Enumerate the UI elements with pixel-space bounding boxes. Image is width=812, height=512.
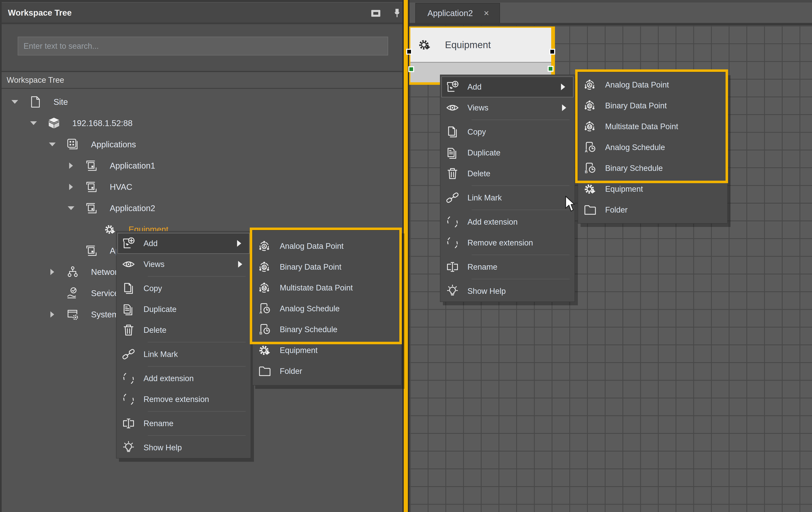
tree-item-application2[interactable]: Application2 bbox=[2, 198, 402, 219]
folder-icon bbox=[258, 365, 271, 378]
extension-icon bbox=[446, 236, 459, 250]
submenu-item-binary-data-point[interactable]: BBinary Data Point bbox=[578, 95, 727, 116]
expander-icon[interactable] bbox=[49, 268, 56, 276]
tree-item-application1[interactable]: Application1 bbox=[2, 155, 402, 176]
add-item-icon bbox=[446, 80, 459, 93]
panel-splitter[interactable] bbox=[402, 0, 410, 512]
menu-item-delete[interactable]: Delete bbox=[440, 163, 575, 184]
menu-item-remove-extension[interactable]: Remove extension bbox=[116, 389, 251, 410]
equipment-icon bbox=[583, 182, 597, 196]
menu-item-label: Copy bbox=[144, 284, 162, 293]
menu-item-add-extension[interactable]: Add extension bbox=[116, 368, 251, 389]
tab-application2[interactable]: Application2 × bbox=[415, 3, 500, 23]
resize-handle-left[interactable] bbox=[406, 49, 412, 55]
submenu-item-equipment[interactable]: Equipment bbox=[253, 340, 401, 361]
expander-icon[interactable] bbox=[67, 204, 75, 212]
binary-schedule-icon: B bbox=[583, 162, 597, 175]
submenu-item-analog-data-point[interactable]: AAnalog Data Point bbox=[253, 236, 401, 257]
tab-close-icon[interactable]: × bbox=[484, 8, 489, 18]
expander-icon[interactable] bbox=[67, 162, 75, 169]
expander-icon[interactable] bbox=[49, 141, 56, 148]
search-input[interactable] bbox=[18, 37, 388, 55]
submenu-item-analog-schedule[interactable]: AAnalog Schedule bbox=[253, 298, 401, 319]
menu-item-label: Show Help bbox=[144, 443, 182, 452]
menu-item-label: Add bbox=[144, 239, 158, 248]
submenu-item-multistate-data-point[interactable]: MMultistate Data Point bbox=[578, 116, 727, 137]
anchor-handle-bottom-right[interactable] bbox=[548, 66, 553, 72]
menu-item-label: Add bbox=[467, 83, 482, 91]
submenu-item-equipment[interactable]: Equipment bbox=[578, 178, 727, 199]
submenu-item-label: Binary Schedule bbox=[605, 164, 663, 173]
submenu-item-analog-data-point[interactable]: AAnalog Data Point bbox=[578, 75, 727, 95]
restore-icon[interactable] bbox=[370, 8, 381, 19]
equipment-icon bbox=[104, 223, 116, 236]
menu-item-label: Link Mark bbox=[144, 350, 178, 359]
expander-placeholder bbox=[67, 247, 75, 254]
svg-text:A: A bbox=[260, 310, 262, 314]
menu-separator bbox=[440, 208, 575, 211]
help-bulb-icon bbox=[122, 441, 135, 454]
menu-item-label: Copy bbox=[467, 127, 486, 137]
tree-item-label: Site bbox=[54, 97, 68, 107]
panel-title: Workspace Tree bbox=[8, 2, 72, 23]
expander-icon[interactable] bbox=[30, 119, 37, 127]
svg-text:B: B bbox=[588, 104, 591, 108]
menu-item-duplicate[interactable]: Duplicate bbox=[116, 299, 251, 320]
menu-item-views[interactable]: Views bbox=[440, 97, 575, 118]
resize-handle-right[interactable] bbox=[549, 49, 555, 55]
menu-item-label: Duplicate bbox=[144, 305, 176, 314]
menu-item-label: Duplicate bbox=[467, 148, 500, 157]
menu-item-duplicate[interactable]: Duplicate bbox=[440, 142, 575, 163]
expander-icon[interactable] bbox=[11, 98, 19, 106]
submenu-item-binary-schedule[interactable]: BBinary Schedule bbox=[253, 319, 401, 340]
application-window: Workspace Tree Workspace Tree Site192.16… bbox=[0, 0, 812, 512]
menu-item-views[interactable]: Views bbox=[116, 254, 251, 275]
tree-item-site[interactable]: Site bbox=[2, 91, 402, 113]
system-icon bbox=[66, 308, 79, 321]
menu-item-link-mark[interactable]: Link Mark bbox=[440, 187, 575, 208]
workspace-tree-header: Workspace Tree bbox=[2, 2, 402, 24]
submenu-item-analog-schedule[interactable]: AAnalog Schedule bbox=[578, 137, 727, 158]
duplicate-icon bbox=[446, 146, 459, 160]
tree-item-192-168-1-52-88[interactable]: 192.168.1.52:88 bbox=[2, 113, 402, 134]
menu-item-copy[interactable]: Copy bbox=[440, 121, 575, 142]
menu-item-add[interactable]: Add bbox=[441, 77, 574, 97]
menu-item-add[interactable]: Add bbox=[117, 233, 250, 254]
menu-item-delete[interactable]: Delete bbox=[116, 320, 251, 341]
submenu-item-folder[interactable]: Folder bbox=[253, 361, 401, 381]
submenu-item-folder[interactable]: Folder bbox=[578, 199, 727, 220]
menu-item-remove-extension[interactable]: Remove extension bbox=[440, 232, 575, 253]
submenu-item-multistate-data-point[interactable]: MMultistate Data Point bbox=[253, 277, 401, 298]
menu-separator bbox=[116, 275, 251, 278]
menu-item-link-mark[interactable]: Link Mark bbox=[116, 344, 251, 365]
menu-item-copy[interactable]: Copy bbox=[116, 278, 251, 299]
menu-item-show-help[interactable]: Show Help bbox=[116, 437, 251, 458]
help-bulb-icon bbox=[446, 284, 459, 298]
svg-text:A: A bbox=[585, 149, 588, 153]
expander-icon[interactable] bbox=[49, 311, 56, 318]
applications-icon bbox=[66, 138, 79, 151]
tree-item-hvac[interactable]: HVAC bbox=[2, 176, 402, 198]
expander-icon[interactable] bbox=[67, 183, 75, 191]
submenu-item-binary-schedule[interactable]: BBinary Schedule bbox=[578, 158, 727, 178]
copy-icon bbox=[122, 282, 135, 295]
extension-icon bbox=[122, 393, 135, 406]
menu-separator bbox=[116, 341, 251, 344]
tree-item-label: Application2 bbox=[110, 204, 155, 213]
menu-item-rename[interactable]: Rename bbox=[440, 257, 575, 277]
menu-item-show-help[interactable]: Show Help bbox=[440, 281, 575, 302]
delete-trash-icon bbox=[122, 323, 135, 337]
menu-separator bbox=[116, 410, 251, 413]
menu-item-rename[interactable]: Rename bbox=[116, 413, 251, 434]
chevron-down-icon bbox=[11, 100, 18, 104]
menu-item-add-extension[interactable]: Add extension bbox=[440, 211, 575, 232]
submenu-item-binary-data-point[interactable]: BBinary Data Point bbox=[253, 257, 401, 277]
tree-item-label: 192.168.1.52:88 bbox=[72, 119, 133, 128]
submenu-item-label: Binary Data Point bbox=[605, 101, 667, 110]
tab-bar: Application2 × bbox=[410, 2, 812, 23]
search-band bbox=[2, 24, 402, 72]
tree-item-applications[interactable]: Applications bbox=[2, 134, 402, 155]
anchor-handle-bottom-left[interactable] bbox=[408, 66, 414, 72]
pin-icon[interactable] bbox=[392, 8, 402, 19]
submenu-item-label: Folder bbox=[605, 205, 628, 215]
